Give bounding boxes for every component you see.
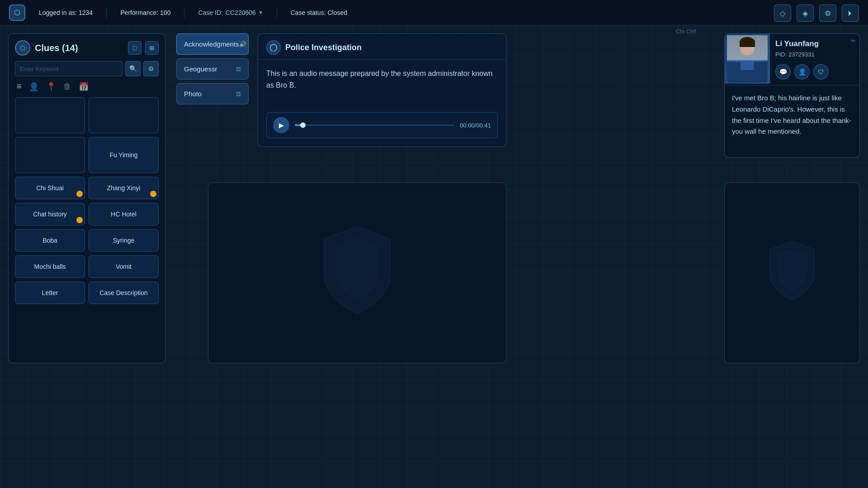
- investigation-header: Police Investigation: [258, 34, 506, 60]
- profile-message: I've met Bro B; his hairline is just lik…: [725, 85, 859, 157]
- profile-photo: [725, 34, 770, 84]
- logged-in-value: 1234: [79, 9, 93, 16]
- case-id-wrapper[interactable]: Case ID: CC220606 ▼: [198, 9, 263, 16]
- zhang-xinyi-badge: [150, 191, 156, 197]
- profile-actions: 💬 👤 🛡: [775, 64, 854, 80]
- profile-pid: PID: 23729331: [775, 51, 854, 58]
- profile-edit-icon[interactable]: ✏: [851, 38, 856, 44]
- case-status-info: Case status: Closed: [291, 9, 347, 16]
- clue-item-1[interactable]: [89, 97, 159, 133]
- profile-photo-inner: [727, 35, 768, 83]
- panel-title-area: ⬡ Clues (14): [15, 40, 78, 56]
- investigation-text: This is an audio message prepared by the…: [266, 68, 498, 104]
- profile-shield-button[interactable]: 🛡: [813, 64, 829, 80]
- clue-item-0[interactable]: [15, 97, 85, 133]
- clue-item-mochi-balls[interactable]: Mochi balls: [15, 255, 85, 278]
- logged-in-info: Logged in as: 1234: [39, 9, 93, 16]
- filter-calendar-icon[interactable]: 📅: [79, 82, 89, 92]
- divider-1: [106, 7, 107, 18]
- branch-btn-photo[interactable]: Photo 🖼: [176, 83, 249, 104]
- profile-person-button[interactable]: 👤: [794, 64, 810, 80]
- divider-2: [184, 7, 184, 18]
- clue-item-chat-history[interactable]: Chat history: [15, 203, 85, 225]
- clue-item-letter[interactable]: Letter: [15, 282, 85, 304]
- performance-value: 100: [160, 9, 170, 16]
- clue-item-chi-shuai[interactable]: Chi Shuai: [15, 177, 85, 199]
- profile-name: Li Yuanfang: [775, 39, 854, 48]
- case-id-dropdown-icon[interactable]: ▼: [259, 10, 263, 15]
- investigation-panel: Police Investigation This is an audio me…: [258, 33, 506, 147]
- clue-item-case-description[interactable]: Case Description: [89, 282, 159, 304]
- filter-location-icon[interactable]: 📍: [46, 82, 56, 92]
- right-dark-panel: [724, 183, 860, 363]
- clue-item-vomit[interactable]: Vomit: [89, 255, 159, 278]
- map-label: Chi Cliff: [676, 28, 696, 35]
- case-id-label: Case ID:: [198, 9, 222, 16]
- search-settings-button[interactable]: ⚙: [143, 61, 159, 76]
- investigation-icon: [266, 40, 281, 55]
- filter-person-icon[interactable]: 👤: [29, 82, 39, 92]
- panel-icon-square[interactable]: □: [128, 41, 142, 55]
- geoguessr-image-icon: 🖼: [236, 66, 241, 72]
- app-logo: ⬡: [9, 5, 25, 21]
- investigation-title: Police Investigation: [285, 43, 362, 52]
- profile-header: Li Yuanfang PID: 23729331 💬 👤 🛡 ✏: [725, 34, 859, 85]
- clue-item-zhang-xinyi[interactable]: Zhang Xinyi: [89, 177, 159, 199]
- profile-chat-button[interactable]: 💬: [775, 64, 791, 80]
- top-bar: ⬡ Logged in as: 1234 Performance: 100 Ca…: [0, 0, 868, 25]
- search-button[interactable]: 🔍: [125, 61, 141, 76]
- profile-info: Li Yuanfang PID: 23729331 💬 👤 🛡: [770, 34, 859, 85]
- chat-history-badge: [76, 217, 83, 223]
- audio-time: 00:00/00:41: [460, 122, 491, 129]
- progress-bar[interactable]: [295, 124, 454, 126]
- top-icon-gear[interactable]: ⚙: [819, 5, 836, 22]
- play-button[interactable]: ▶: [273, 117, 289, 133]
- right-dark-panel-shield: [763, 238, 821, 308]
- search-input[interactable]: [15, 61, 123, 76]
- top-right-icons: ◇ ◈ ⚙ ⏵: [774, 5, 859, 22]
- clues-panel: ⬡ Clues (14) □ ⊕ 🔍 ⚙ ≡ 👤 📍 🗑 📅 Fu Yiming…: [8, 33, 165, 363]
- clue-grid: Fu Yiming Chi Shuai Zhang Xinyi Chat his…: [15, 97, 159, 304]
- profile-panel: Li Yuanfang PID: 23729331 💬 👤 🛡 ✏ I've m…: [724, 33, 860, 158]
- clue-item-boba[interactable]: Boba: [15, 229, 85, 252]
- panel-header: ⬡ Clues (14) □ ⊕: [15, 40, 159, 56]
- branch-btn-acknowledgments[interactable]: Acknowledgments 🔊: [176, 33, 249, 55]
- investigation-content: This is an audio message prepared by the…: [258, 60, 506, 146]
- panel-logo-icon: ⬡: [15, 40, 30, 56]
- clue-item-fu-yiming[interactable]: Fu Yiming: [89, 137, 159, 173]
- performance-info: Performance: 100: [120, 9, 170, 16]
- clue-item-syringe[interactable]: Syringe: [89, 229, 159, 252]
- large-dark-panel: [208, 183, 506, 363]
- progress-knob[interactable]: [300, 122, 306, 128]
- large-panel-shield-icon: [312, 222, 402, 324]
- panel-icon-settings[interactable]: ⊕: [145, 41, 159, 55]
- filter-list-icon[interactable]: ≡: [17, 82, 22, 92]
- divider-3: [277, 7, 277, 18]
- case-status-value: Closed: [327, 9, 347, 16]
- top-icon-diamond[interactable]: ◇: [774, 5, 791, 22]
- case-status-label: Case status:: [291, 9, 326, 16]
- panel-title: Clues (14): [35, 43, 78, 53]
- top-icon-play[interactable]: ⏵: [842, 5, 859, 22]
- branch-btn-geoguessr[interactable]: Geoguessr 🖼: [176, 58, 249, 80]
- branch-panel: Acknowledgments 🔊 Geoguessr 🖼 Photo 🖼: [176, 33, 249, 108]
- top-icon-diamond-fill[interactable]: ◈: [797, 5, 814, 22]
- filter-delete-icon[interactable]: 🗑: [63, 82, 71, 92]
- clue-item-hc-hotel[interactable]: HC Hotel: [89, 203, 159, 225]
- clue-item-2[interactable]: [15, 137, 85, 173]
- performance-label: Performance:: [120, 9, 158, 16]
- chi-shuai-badge: [76, 191, 83, 197]
- case-id-value: CC220606: [226, 9, 256, 16]
- filter-row: ≡ 👤 📍 🗑 📅: [15, 82, 159, 92]
- panel-header-icons: □ ⊕: [128, 41, 159, 55]
- logged-in-label: Logged in as:: [39, 9, 77, 16]
- acknowledgments-sound-icon: 🔊: [239, 41, 246, 47]
- search-row: 🔍 ⚙: [15, 61, 159, 76]
- photo-image-icon: 🖼: [236, 91, 241, 97]
- audio-player: ▶ 00:00/00:41: [266, 112, 498, 138]
